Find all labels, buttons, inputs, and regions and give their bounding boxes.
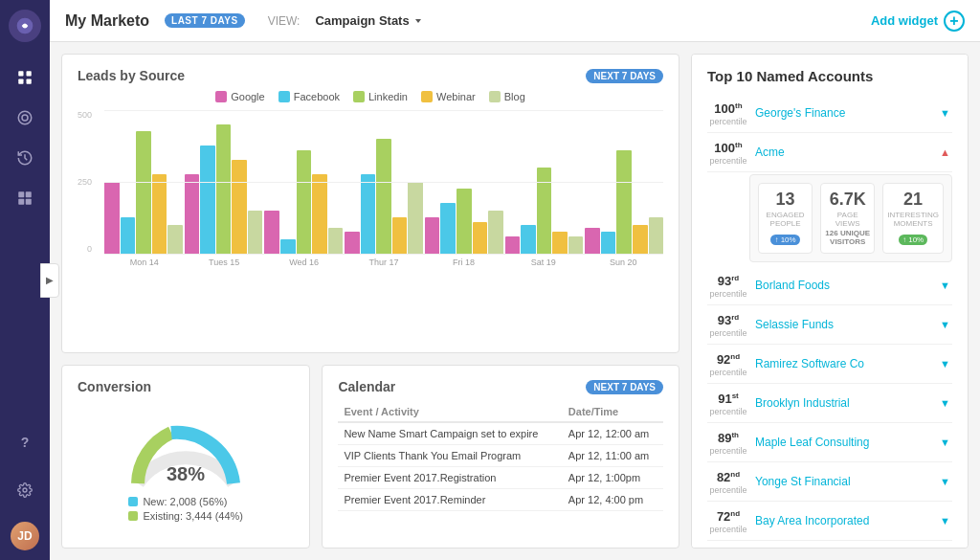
conversion-title: Conversion — [78, 379, 151, 394]
acme-stat-engaged: 13 ENGAGEDPEOPLE ↑ 10% — [758, 183, 813, 254]
leads-title: Leads by Source — [78, 68, 185, 83]
account-row-2[interactable]: 93rd percentile Borland Foods ▼ — [707, 266, 952, 305]
account-row-1[interactable]: 100th percentile Acme ▲ — [707, 133, 952, 172]
account-name-3: Selassie Funds — [749, 318, 940, 331]
account-row-8[interactable]: 72nd percentile Bay Area Incorporated ▼ — [707, 502, 952, 541]
legend-blog: Blog — [489, 91, 525, 102]
calendar-badge[interactable]: NEXT 7 DAYS — [586, 380, 663, 394]
days-badge[interactable]: LAST 7 DAYS — [165, 13, 245, 28]
svg-rect-4 — [27, 79, 32, 84]
percentile-8: 72nd percentile — [707, 507, 749, 534]
percentile-2: 93rd percentile — [707, 272, 749, 299]
table-row[interactable]: New Name Smart Campaign set to expire Ap… — [338, 422, 663, 445]
account-row-3[interactable]: 93rd percentile Selassie Funds ▼ — [707, 305, 952, 345]
right-column: Top 10 Named Accounts 100th percentile G… — [691, 54, 969, 549]
header: My Marketo LAST 7 DAYS VIEW: Campaign St… — [50, 0, 980, 42]
conversion-legend: New: 2,008 (56%) Existing: 3,444 (44%) — [128, 496, 243, 525]
legend-webinar: Webinar — [421, 91, 476, 102]
svg-rect-1 — [18, 71, 23, 76]
calendar-widget: Calendar NEXT 7 DAYS Event / Activity Da… — [322, 365, 679, 549]
acme-expanded-stats: 13 ENGAGEDPEOPLE ↑ 10% 6.7K PAGE VIEWS 1… — [749, 174, 952, 262]
account-name-1: Acme — [749, 146, 940, 159]
account-row-5[interactable]: 91st percentile Brooklyn Industrial ▼ — [707, 384, 952, 423]
conv-new: New: 2,008 (56%) — [143, 496, 227, 507]
content-area: Leads by Source NEXT 7 DAYS Google Faceb… — [50, 42, 980, 560]
svg-rect-10 — [26, 199, 32, 205]
account-arrow-8: ▼ — [940, 515, 952, 526]
account-name-2: Borland Foods — [749, 279, 940, 292]
sidebar-collapse-btn[interactable]: ▶ — [40, 263, 59, 298]
account-name-5: Brooklyn Industrial — [749, 396, 940, 410]
percentile-5: 91st percentile — [707, 390, 749, 416]
conversion-widget: Conversion 38% — [61, 365, 310, 549]
account-row-6[interactable]: 89th percentile Maple Leaf Consulting ▼ — [707, 423, 952, 462]
help-icon[interactable]: ? — [9, 426, 41, 459]
view-label: VIEW: — [268, 14, 301, 28]
svg-text:38%: 38% — [167, 463, 205, 484]
svg-point-11 — [23, 488, 27, 492]
accounts-list: 100th percentile George's Finance ▼ 100t… — [707, 94, 952, 549]
account-arrow-3: ▼ — [940, 319, 952, 330]
svg-point-5 — [18, 111, 32, 124]
account-arrow-7: ▼ — [940, 476, 952, 487]
sidebar-item-home[interactable] — [9, 61, 41, 94]
account-arrow-1: ▲ — [940, 146, 952, 158]
svg-rect-8 — [26, 191, 32, 197]
svg-rect-9 — [18, 199, 24, 205]
view-value: Campaign Stats — [315, 13, 409, 28]
sidebar-item-target[interactable] — [9, 101, 41, 134]
bottom-row: Conversion 38% — [61, 365, 679, 549]
table-row[interactable]: Premier Event 2017.Registration Apr 12, … — [338, 467, 663, 489]
account-row-0[interactable]: 100th percentile George's Finance ▼ — [707, 94, 952, 133]
account-arrow-6: ▼ — [940, 437, 952, 448]
chart-legend: Google Facebook Linkedin Webinar — [78, 91, 663, 102]
percentile-1: 100th percentile — [707, 139, 749, 166]
col-date: Date/Time — [563, 402, 663, 422]
percentile-4: 92nd percentile — [707, 350, 749, 377]
user-avatar[interactable]: JD — [11, 522, 39, 550]
svg-rect-7 — [18, 191, 24, 197]
percentile-3: 93rd percentile — [707, 311, 749, 338]
table-row[interactable]: VIP Clients Thank You Email Program Apr … — [338, 445, 663, 467]
app-logo[interactable] — [9, 10, 41, 42]
bar-chart: 5002500Mon 14Tues 15Wed 16Thur 17Fri 18S… — [78, 110, 663, 282]
app-title: My Marketo — [65, 12, 149, 30]
sidebar: ▶ ? JD — [0, 0, 50, 560]
sidebar-item-history[interactable] — [9, 142, 41, 174]
acme-stat-moments: 21 INTERESTINGMOMENTS ↑ 10% — [882, 183, 944, 254]
calendar-table: Event / Activity Date/Time New Name Smar… — [338, 402, 663, 511]
account-arrow-0: ▼ — [940, 107, 952, 119]
table-row[interactable]: Premier Event 2017.Reminder Apr 12, 4:00… — [338, 489, 663, 511]
view-dropdown[interactable]: Campaign Stats — [315, 13, 422, 28]
donut-chart: 38% New: 2,008 (56%) Existing: 3,444 (44… — [78, 402, 294, 534]
acme-stat-pageviews: 6.7K PAGE VIEWS 126 UNIQUEVISITORS — [820, 183, 875, 254]
add-widget-button[interactable]: Add widget + — [871, 11, 965, 32]
svg-marker-12 — [415, 19, 421, 23]
svg-rect-2 — [27, 71, 32, 76]
percentile-9: 62nd percentile — [707, 547, 749, 549]
named-accounts-widget: Top 10 Named Accounts 100th percentile G… — [691, 54, 969, 549]
left-column: Leads by Source NEXT 7 DAYS Google Faceb… — [61, 54, 679, 549]
account-row-7[interactable]: 82nd percentile Yonge St Financial ▼ — [707, 462, 952, 502]
main-area: My Marketo LAST 7 DAYS VIEW: Campaign St… — [50, 0, 980, 560]
account-arrow-5: ▼ — [940, 397, 952, 409]
sidebar-item-grid[interactable] — [9, 182, 41, 214]
add-widget-icon: + — [944, 11, 965, 32]
account-name-0: George's Finance — [749, 106, 940, 120]
account-name-8: Bay Area Incorporated — [749, 514, 940, 527]
calendar-title: Calendar — [338, 379, 395, 394]
account-row-4[interactable]: 92nd percentile Ramirez Software Co ▼ — [707, 345, 952, 384]
account-arrow-4: ▼ — [940, 358, 952, 370]
acme-badge-engaged: ↑ 10% — [770, 235, 799, 245]
leads-badge[interactable]: NEXT 7 DAYS — [586, 69, 663, 83]
conv-existing: Existing: 3,444 (44%) — [143, 510, 243, 522]
legend-linkedin: Linkedin — [353, 91, 408, 102]
account-row-9[interactable]: 62nd percentile Coopertino Enterprises ▼ — [707, 541, 952, 549]
accounts-title: Top 10 Named Accounts — [707, 68, 952, 84]
percentile-7: 82nd percentile — [707, 468, 749, 495]
svg-rect-3 — [18, 79, 23, 84]
percentile-6: 89th percentile — [707, 429, 749, 456]
account-name-7: Yonge St Financial — [749, 475, 940, 488]
settings-icon[interactable] — [9, 474, 41, 506]
percentile-0: 100th percentile — [707, 100, 749, 126]
